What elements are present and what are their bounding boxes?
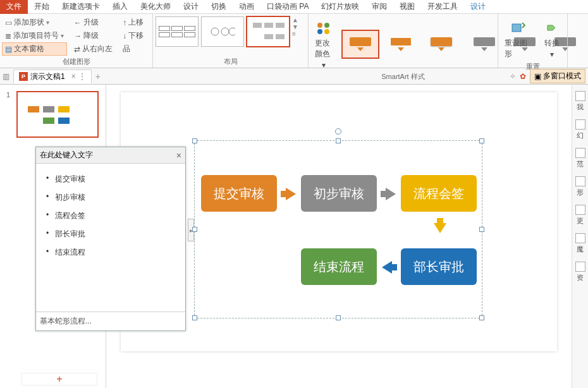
tab-newtab[interactable]: 新建选项卡 [56, 0, 106, 14]
ribbon-group-layout: ▲▼≡ 布局 [153, 14, 309, 68]
ribbon-group-create: ▭添加形状▾ ≣添加项目符号▾ ▤文本窗格 ←升级 →降级 ⇄从右向左 ↑上移 … [0, 14, 153, 68]
group-label-styles: SmartArt 样式 [311, 72, 495, 83]
tab-devtools[interactable]: 开发工具 [421, 0, 464, 14]
right-item-2[interactable]: 幻 [575, 119, 585, 140]
tab-transition[interactable]: 切换 [205, 0, 233, 14]
tab-smartart-design[interactable]: 设计 [464, 0, 492, 14]
document-title: 演示文稿1 [30, 71, 65, 82]
node-submit[interactable]: 提交审核 [201, 175, 277, 212]
node-director[interactable]: 部长审批 [401, 248, 477, 285]
arrow-up-icon: ↑ [123, 18, 126, 27]
pin-icon[interactable]: ✧ [510, 72, 516, 81]
node-end[interactable]: 结束流程 [301, 248, 377, 285]
style-thumb-2[interactable] [382, 30, 420, 59]
group-label-create: 创建图形 [3, 57, 150, 68]
ribbon-group-reset: 重设图形 转换▾ 重置 [498, 14, 568, 68]
svg-rect-3 [253, 23, 262, 28]
right-item-4[interactable]: 形 [575, 176, 585, 197]
right-item-6[interactable]: 魔 [575, 233, 585, 254]
move-up-button[interactable]: ↑上移 [120, 16, 146, 28]
tab-home[interactable]: 开始 [28, 0, 56, 14]
tab-beauty[interactable]: 美化大师 [134, 0, 177, 14]
tab-file[interactable]: 文件 [0, 0, 28, 14]
smartart-container[interactable]: 提交审核 初步审核 流程会签 部长审批 结束流程 [194, 140, 482, 318]
reset-icon [509, 19, 527, 37]
move-down-button[interactable]: ↓下移 [120, 30, 146, 42]
change-colors-icon [315, 19, 333, 37]
svg-point-2 [229, 28, 235, 35]
tab-insert[interactable]: 插入 [106, 0, 134, 14]
text-pane[interactable]: 在此处键入文字 × 提交审核 初步审核 流程会签 部长审批 结束流程 基本蛇形流… [35, 147, 186, 331]
arrow-icon [382, 261, 392, 274]
text-pane-title-bar[interactable]: 在此处键入文字 × [36, 147, 185, 164]
text-pane-button[interactable]: ▤文本窗格 [3, 43, 66, 55]
tab-design[interactable]: 设计 [177, 0, 205, 14]
svg-point-9 [324, 23, 329, 28]
text-pane-footer: 基本蛇形流程... [36, 312, 185, 330]
change-colors-button[interactable]: 更改颜色 ▾ [311, 16, 336, 72]
new-tab-button[interactable]: + [95, 71, 101, 82]
resize-handle[interactable] [336, 315, 341, 320]
resize-handle[interactable] [192, 315, 197, 320]
rtl-button[interactable]: ⇄从右向左 [71, 43, 115, 55]
rotate-handle[interactable] [335, 128, 341, 135]
document-tab[interactable]: P 演示文稿1 × ⋮ [13, 70, 92, 83]
layout-thumb-1[interactable] [156, 16, 199, 47]
svg-rect-7 [276, 34, 285, 39]
text-pane-list[interactable]: 提交审核 初步审核 流程会签 部长审批 结束流程 [36, 164, 185, 312]
resize-handle[interactable] [479, 315, 484, 320]
layout-thumb-2[interactable] [201, 16, 244, 47]
demote-button[interactable]: →降级 [71, 30, 115, 42]
style-thumb-3[interactable] [422, 30, 460, 59]
tab-pocket-anim[interactable]: 口袋动画 PA [260, 0, 315, 14]
bullet-icon: ≣ [5, 32, 11, 40]
close-icon[interactable]: × [176, 150, 181, 161]
list-item[interactable]: 结束流程 [40, 243, 181, 262]
list-item[interactable]: 流程会签 [40, 207, 181, 225]
style-thumb-4[interactable] [465, 30, 503, 59]
arrow-icon [434, 223, 446, 233]
layout-gallery-more[interactable]: ▲▼≡ [292, 16, 298, 37]
resize-handle[interactable] [192, 138, 197, 143]
style-thumb-1[interactable] [341, 30, 379, 59]
resize-handle[interactable] [479, 138, 484, 143]
right-item-7[interactable]: 资 [575, 262, 585, 282]
tab-view[interactable]: 视图 [393, 0, 421, 14]
list-item[interactable]: 提交审核 [40, 170, 181, 188]
group-label-layout: 布局 [156, 57, 305, 68]
reset-graphic-button[interactable]: 重设图形 [501, 16, 534, 62]
svg-point-1 [221, 28, 229, 35]
list-item[interactable]: 初步审核 [40, 188, 181, 207]
node-initial[interactable]: 初步审核 [301, 175, 377, 212]
tab-list-icon[interactable]: ▥ [3, 72, 9, 81]
right-item-3[interactable]: 范 [575, 148, 585, 169]
node-flow[interactable]: 流程会签 [401, 175, 477, 212]
list-item[interactable]: 部长审批 [40, 225, 181, 243]
add-shape-button[interactable]: ▭添加形状▾ [3, 16, 66, 28]
tab-slideshow[interactable]: 幻灯片放映 [315, 0, 365, 14]
resize-handle[interactable] [336, 138, 341, 143]
add-slide-button[interactable]: + [21, 373, 97, 385]
tab-animation[interactable]: 动画 [233, 0, 260, 14]
resize-handle[interactable] [192, 227, 197, 232]
svg-rect-4 [264, 23, 273, 28]
add-shape-icon: ▭ [5, 18, 12, 27]
promote-button[interactable]: ←升级 [71, 16, 115, 28]
add-bullet-button[interactable]: ≣添加项目符号▾ [3, 30, 66, 42]
resize-handle[interactable] [479, 227, 484, 232]
arrow-right-icon: → [74, 32, 82, 40]
doc-more-icon[interactable]: ⋮ [78, 72, 86, 81]
right-item-1[interactable]: 我 [575, 91, 585, 112]
layout-thumb-3[interactable] [247, 16, 290, 47]
multi-window-button[interactable]: ▣ 多窗口模式 [530, 69, 585, 83]
ribbon-group-styles: 更改颜色 ▾ ▲▼≡ SmartArt 样式 [309, 14, 498, 68]
tab-review[interactable]: 审阅 [365, 0, 393, 14]
slide[interactable]: ▸ 提交审核 初步审核 流程会签 部长审批 [121, 92, 557, 351]
gear-icon[interactable]: ✿ [520, 72, 526, 81]
layout-options-button[interactable]: 品 [120, 43, 146, 55]
doc-close-icon[interactable]: × [71, 72, 76, 81]
convert-button[interactable]: 转换▾ [539, 16, 565, 61]
slide-thumb-1[interactable] [16, 91, 99, 138]
right-item-5[interactable]: 更 [575, 205, 585, 226]
rtl-icon: ⇄ [74, 45, 80, 54]
